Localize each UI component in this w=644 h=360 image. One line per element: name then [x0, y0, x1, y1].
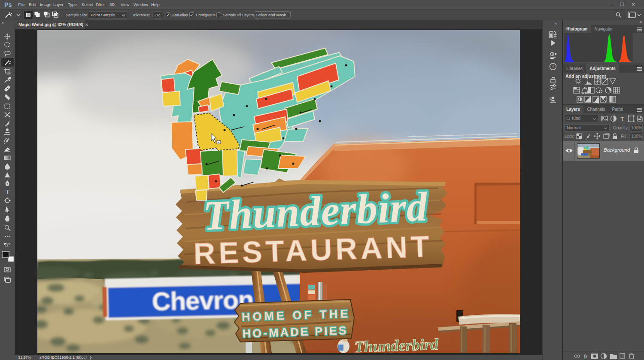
svg-text:i: i — [552, 64, 553, 69]
svg-text:Thunderbird: Thunderbird — [354, 335, 439, 353]
svg-text:fx: fx — [584, 353, 588, 359]
svg-text:T: T — [5, 189, 9, 195]
svg-text:T: T — [621, 116, 624, 122]
